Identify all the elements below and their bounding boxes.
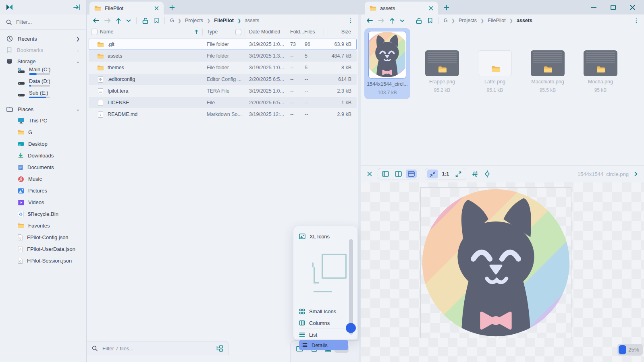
file-row-assets[interactable]: assets File folder 3/19/2025 1:3... -- 5… <box>89 50 357 62</box>
sidebar-section-storage[interactable]: Storage ⌄ <box>0 56 84 67</box>
divider <box>438 17 438 24</box>
place-documents[interactable]: Documents <box>0 161 84 173</box>
breadcrumb-segment[interactable]: assets <box>245 18 259 23</box>
sidebar-section-bookmarks[interactable]: Bookmarks ⌄ <box>0 44 84 56</box>
actual-size-button[interactable]: 1:1 <box>440 170 451 178</box>
layout-horizontal-split-button[interactable] <box>406 170 417 178</box>
place-pictures[interactable]: Pictures <box>0 185 84 197</box>
sidebar-section-places[interactable]: Places ⌄ <box>0 103 84 115</box>
thumbnail-macchiato[interactable]: Macchiato.png 95.5 kB <box>527 28 569 93</box>
place-videos[interactable]: Videos <box>0 197 84 208</box>
history-chevron-button[interactable] <box>126 19 131 22</box>
breadcrumb-segment[interactable]: Projects <box>185 18 203 23</box>
close-preview-button[interactable] <box>367 172 372 176</box>
place-music[interactable]: Music <box>0 173 84 185</box>
column-folders[interactable]: Fold... <box>286 29 304 35</box>
thumbnail-mocha[interactable]: Mocha.png 95 kB <box>580 28 621 93</box>
breadcrumb-segment[interactable]: Projects <box>459 18 477 23</box>
bookmark-button[interactable] <box>428 17 433 24</box>
unlock-button[interactable] <box>415 17 422 24</box>
snap-grid-button[interactable] <box>472 171 478 177</box>
breadcrumb-segment-current[interactable]: assets <box>517 18 532 23</box>
view-columns-item[interactable]: Columns <box>299 318 346 328</box>
filter-tree-icon[interactable] <box>216 345 224 352</box>
file-row-license[interactable]: LICENSE File 2/20/2025 6:5... -- -- 1 kB <box>89 97 357 108</box>
file-row-git[interactable]: .git File folder 3/19/2025 1:0... 73 96 … <box>89 39 357 50</box>
fit-to-window-button[interactable] <box>427 170 438 178</box>
breadcrumb-segment[interactable]: FilePilot <box>488 18 505 23</box>
file-row-themes[interactable]: themes File folder 3/19/2025 1:0... -- 5… <box>89 62 357 73</box>
file-row-readme[interactable]: ↓README.md Markdown So... 3/19/2025 12:.… <box>89 109 357 120</box>
breadcrumb-segment[interactable]: G <box>444 18 448 23</box>
file-row-editorconfig[interactable]: ⚙.editorconfig Editor Config ... 2/20/20… <box>89 74 357 85</box>
maximize-button[interactable] <box>607 2 619 13</box>
forward-button[interactable] <box>104 18 111 23</box>
tab-close-icon[interactable] <box>154 6 159 10</box>
view-list-item[interactable]: List <box>299 329 346 340</box>
new-tab-button-left[interactable] <box>167 2 177 13</box>
place-desktop[interactable]: Desktop <box>0 138 84 150</box>
type-filter-checkbox[interactable] <box>235 29 241 35</box>
view-details-item[interactable]: Details <box>299 340 348 350</box>
sidebar-filter-input[interactable] <box>15 19 72 25</box>
sidebar-section-recents[interactable]: Recents ❯ <box>0 33 84 44</box>
thumb-size: 103.7 kB <box>378 90 397 95</box>
place-label: Favorites <box>28 223 50 229</box>
layout-vertical-split-button[interactable] <box>393 170 404 178</box>
icon-size-slider-knob[interactable] <box>346 323 356 333</box>
history-chevron-button[interactable] <box>400 19 405 22</box>
place-fpilot-userdata[interactable]: {} FPilot-UserData.json <box>0 243 84 255</box>
place-this-pc[interactable]: This PC <box>0 115 84 126</box>
tab-close-icon[interactable] <box>429 6 433 10</box>
drive-sub-e[interactable]: Sub (E:) <box>0 90 84 102</box>
place-fpilot-config[interactable]: {} FPilot-Config.json <box>0 232 84 243</box>
view-xl-icons-item[interactable]: XL Icons <box>299 231 346 242</box>
list-filter-input[interactable] <box>102 345 212 352</box>
drive-main-c[interactable]: Main (C:) <box>0 67 84 79</box>
column-name[interactable]: Name <box>100 29 202 35</box>
close-button[interactable] <box>626 2 638 13</box>
bookmark-button[interactable] <box>154 17 159 24</box>
back-button[interactable] <box>93 18 99 23</box>
icon-size-slider-track[interactable] <box>349 239 353 335</box>
column-date-modified[interactable]: Date Modified <box>245 29 286 35</box>
place-downloads[interactable]: Downloads <box>0 150 84 161</box>
center-image-button[interactable] <box>484 170 490 178</box>
tab-filepilot[interactable]: FilePilot <box>89 2 164 14</box>
window-controls <box>588 0 644 14</box>
file-row-fpilot-tera[interactable]: fpilot.tera TERA File 3/19/2025 1:0... -… <box>89 85 357 97</box>
place-recycle-bin[interactable]: ♻ $Recycle.Bin <box>0 208 84 220</box>
up-button[interactable] <box>116 18 121 24</box>
select-all-checkbox[interactable] <box>91 29 98 35</box>
drive-data-d[interactable]: Data (D:) <box>0 79 84 90</box>
up-button[interactable] <box>390 18 395 24</box>
breadcrumb-segment[interactable]: G <box>170 18 174 23</box>
thumbnail-latte[interactable]: Latte.png 95.1 kB <box>474 28 516 93</box>
column-size[interactable]: Size <box>324 29 356 35</box>
place-g[interactable]: G <box>0 126 84 138</box>
layout-left-panel-button[interactable] <box>380 170 391 178</box>
tab-assets[interactable]: assets <box>365 2 438 14</box>
more-options-button[interactable]: ⋮ <box>634 17 639 24</box>
place-fpilot-session[interactable]: {} FPilot-Session.json <box>0 255 84 267</box>
thumb-size: 95.2 kB <box>434 87 451 93</box>
expand-button[interactable] <box>453 170 464 178</box>
folder-icon <box>18 223 24 228</box>
unlock-button[interactable] <box>142 17 149 24</box>
minimize-button[interactable] <box>588 2 600 13</box>
sort-ascending-icon[interactable] <box>195 29 198 34</box>
column-type[interactable]: Type <box>202 29 245 35</box>
back-button[interactable] <box>366 18 373 23</box>
forward-button[interactable] <box>378 18 384 23</box>
new-tab-button-right[interactable] <box>441 2 452 13</box>
more-options-button[interactable]: ⋮ <box>348 17 353 24</box>
next-file-chevron[interactable] <box>634 172 638 176</box>
zoom-button-group: 1:1 <box>425 168 466 180</box>
thumbnail-circle-png[interactable]: 1544x1544_circl... 103.7 kB <box>364 28 410 99</box>
place-favorites[interactable]: Favorites <box>0 220 84 232</box>
view-small-icons-item[interactable]: Small Icons <box>299 306 346 316</box>
column-files[interactable]: Files <box>304 29 324 35</box>
thumbnail-frappe[interactable]: Frappe.png 95.2 kB <box>421 28 463 93</box>
breadcrumb-segment-current[interactable]: FilePilot <box>214 18 234 23</box>
collapse-sidebar-button[interactable] <box>73 4 81 10</box>
